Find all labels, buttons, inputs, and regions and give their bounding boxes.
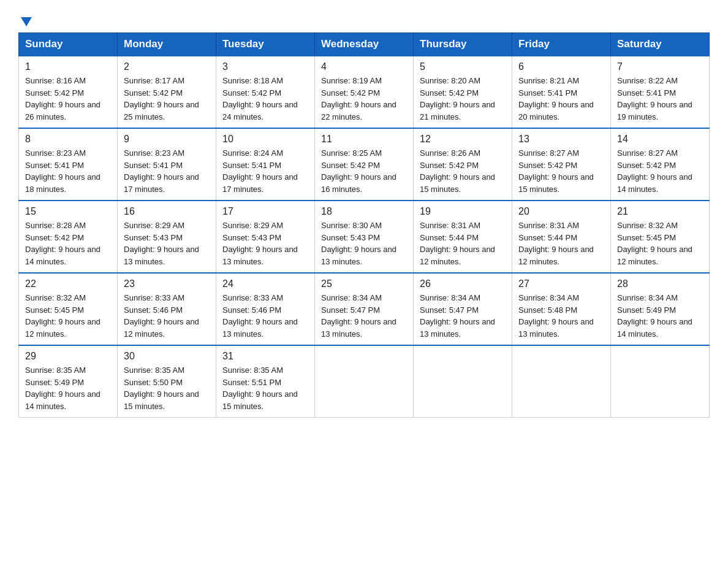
calendar-week-row: 29 Sunrise: 8:35 AMSunset: 5:49 PMDaylig… <box>19 345 710 418</box>
calendar-empty-cell <box>414 345 512 418</box>
weekday-header-saturday: Saturday <box>611 33 710 56</box>
day-info: Sunrise: 8:31 AMSunset: 5:44 PMDaylight:… <box>420 221 495 266</box>
day-number: 7 <box>617 61 703 72</box>
calendar-day-cell: 7 Sunrise: 8:22 AMSunset: 5:41 PMDayligh… <box>611 56 710 128</box>
day-number: 17 <box>222 206 308 217</box>
day-info: Sunrise: 8:34 AMSunset: 5:48 PMDaylight:… <box>518 293 594 339</box>
day-number: 22 <box>25 278 111 289</box>
day-number: 19 <box>420 206 506 217</box>
weekday-header-monday: Monday <box>118 33 216 56</box>
calendar-day-cell: 2 Sunrise: 8:17 AMSunset: 5:42 PMDayligh… <box>118 56 216 128</box>
calendar-day-cell: 24 Sunrise: 8:33 AMSunset: 5:46 PMDaylig… <box>216 273 315 345</box>
day-number: 26 <box>420 278 506 289</box>
day-info: Sunrise: 8:35 AMSunset: 5:51 PMDaylight:… <box>222 366 298 411</box>
day-number: 16 <box>124 206 210 217</box>
day-number: 29 <box>25 351 111 362</box>
day-number: 9 <box>124 134 210 145</box>
day-info: Sunrise: 8:20 AMSunset: 5:42 PMDaylight:… <box>420 76 495 121</box>
calendar-day-cell: 20 Sunrise: 8:31 AMSunset: 5:44 PMDaylig… <box>512 201 611 273</box>
calendar-week-row: 8 Sunrise: 8:23 AMSunset: 5:41 PMDayligh… <box>19 128 710 201</box>
calendar-empty-cell <box>315 345 414 418</box>
calendar-empty-cell <box>611 345 710 418</box>
day-number: 20 <box>518 206 604 217</box>
calendar-day-cell: 10 Sunrise: 8:24 AMSunset: 5:41 PMDaylig… <box>216 128 315 201</box>
calendar-day-cell: 17 Sunrise: 8:29 AMSunset: 5:43 PMDaylig… <box>216 201 315 273</box>
calendar-day-cell: 11 Sunrise: 8:25 AMSunset: 5:42 PMDaylig… <box>315 128 414 201</box>
calendar-day-cell: 8 Sunrise: 8:23 AMSunset: 5:41 PMDayligh… <box>19 128 118 201</box>
day-number: 2 <box>124 61 210 72</box>
calendar-day-cell: 23 Sunrise: 8:33 AMSunset: 5:46 PMDaylig… <box>118 273 216 345</box>
page-header <box>18 12 710 26</box>
day-info: Sunrise: 8:21 AMSunset: 5:41 PMDaylight:… <box>518 76 594 121</box>
day-info: Sunrise: 8:16 AMSunset: 5:42 PMDaylight:… <box>25 76 100 121</box>
day-info: Sunrise: 8:33 AMSunset: 5:46 PMDaylight:… <box>222 293 298 339</box>
day-info: Sunrise: 8:28 AMSunset: 5:42 PMDaylight:… <box>25 221 100 266</box>
weekday-header-row: SundayMondayTuesdayWednesdayThursdayFrid… <box>19 33 710 56</box>
day-number: 13 <box>518 134 604 145</box>
calendar-table: SundayMondayTuesdayWednesdayThursdayFrid… <box>18 33 710 418</box>
calendar-week-row: 1 Sunrise: 8:16 AMSunset: 5:42 PMDayligh… <box>19 56 710 128</box>
calendar-day-cell: 28 Sunrise: 8:34 AMSunset: 5:49 PMDaylig… <box>611 273 710 345</box>
calendar-day-cell: 13 Sunrise: 8:27 AMSunset: 5:42 PMDaylig… <box>512 128 611 201</box>
day-number: 5 <box>420 61 506 72</box>
day-number: 4 <box>321 61 407 72</box>
calendar-day-cell: 12 Sunrise: 8:26 AMSunset: 5:42 PMDaylig… <box>414 128 512 201</box>
weekday-header-thursday: Thursday <box>414 33 512 56</box>
calendar-day-cell: 30 Sunrise: 8:35 AMSunset: 5:50 PMDaylig… <box>118 345 216 418</box>
day-number: 11 <box>321 134 407 145</box>
day-number: 21 <box>617 206 703 217</box>
day-number: 3 <box>222 61 308 72</box>
day-number: 28 <box>617 278 703 289</box>
calendar-day-cell: 16 Sunrise: 8:29 AMSunset: 5:43 PMDaylig… <box>118 201 216 273</box>
day-number: 8 <box>25 134 111 145</box>
day-info: Sunrise: 8:34 AMSunset: 5:47 PMDaylight:… <box>420 293 495 339</box>
calendar-day-cell: 21 Sunrise: 8:32 AMSunset: 5:45 PMDaylig… <box>611 201 710 273</box>
day-number: 18 <box>321 206 407 217</box>
calendar-week-row: 15 Sunrise: 8:28 AMSunset: 5:42 PMDaylig… <box>19 201 710 273</box>
day-number: 30 <box>124 351 210 362</box>
day-info: Sunrise: 8:30 AMSunset: 5:43 PMDaylight:… <box>321 221 396 266</box>
calendar-day-cell: 1 Sunrise: 8:16 AMSunset: 5:42 PMDayligh… <box>19 56 118 128</box>
day-number: 14 <box>617 134 703 145</box>
weekday-header-friday: Friday <box>512 33 611 56</box>
calendar-day-cell: 22 Sunrise: 8:32 AMSunset: 5:45 PMDaylig… <box>19 273 118 345</box>
day-info: Sunrise: 8:18 AMSunset: 5:42 PMDaylight:… <box>222 76 298 121</box>
calendar-day-cell: 18 Sunrise: 8:30 AMSunset: 5:43 PMDaylig… <box>315 201 414 273</box>
calendar-day-cell: 3 Sunrise: 8:18 AMSunset: 5:42 PMDayligh… <box>216 56 315 128</box>
day-info: Sunrise: 8:31 AMSunset: 5:44 PMDaylight:… <box>518 221 594 266</box>
day-number: 6 <box>518 61 604 72</box>
calendar-day-cell: 9 Sunrise: 8:23 AMSunset: 5:41 PMDayligh… <box>118 128 216 201</box>
calendar-day-cell: 4 Sunrise: 8:19 AMSunset: 5:42 PMDayligh… <box>315 56 414 128</box>
day-number: 25 <box>321 278 407 289</box>
day-info: Sunrise: 8:35 AMSunset: 5:50 PMDaylight:… <box>124 366 199 411</box>
calendar-day-cell: 15 Sunrise: 8:28 AMSunset: 5:42 PMDaylig… <box>19 201 118 273</box>
calendar-empty-cell <box>512 345 611 418</box>
calendar-week-row: 22 Sunrise: 8:32 AMSunset: 5:45 PMDaylig… <box>19 273 710 345</box>
calendar-day-cell: 6 Sunrise: 8:21 AMSunset: 5:41 PMDayligh… <box>512 56 611 128</box>
day-info: Sunrise: 8:33 AMSunset: 5:46 PMDaylight:… <box>124 293 199 339</box>
weekday-header-sunday: Sunday <box>19 33 118 56</box>
day-number: 10 <box>222 134 308 145</box>
calendar-day-cell: 5 Sunrise: 8:20 AMSunset: 5:42 PMDayligh… <box>414 56 512 128</box>
day-info: Sunrise: 8:26 AMSunset: 5:42 PMDaylight:… <box>420 148 495 194</box>
day-info: Sunrise: 8:32 AMSunset: 5:45 PMDaylight:… <box>617 221 692 266</box>
calendar-day-cell: 31 Sunrise: 8:35 AMSunset: 5:51 PMDaylig… <box>216 345 315 418</box>
day-info: Sunrise: 8:22 AMSunset: 5:41 PMDaylight:… <box>617 76 692 121</box>
day-info: Sunrise: 8:25 AMSunset: 5:42 PMDaylight:… <box>321 148 396 194</box>
day-info: Sunrise: 8:23 AMSunset: 5:41 PMDaylight:… <box>25 148 100 194</box>
day-info: Sunrise: 8:32 AMSunset: 5:45 PMDaylight:… <box>25 293 100 339</box>
logo-triangle-icon <box>21 17 32 26</box>
calendar-day-cell: 27 Sunrise: 8:34 AMSunset: 5:48 PMDaylig… <box>512 273 611 345</box>
day-info: Sunrise: 8:29 AMSunset: 5:43 PMDaylight:… <box>124 221 199 266</box>
calendar-day-cell: 26 Sunrise: 8:34 AMSunset: 5:47 PMDaylig… <box>414 273 512 345</box>
day-info: Sunrise: 8:34 AMSunset: 5:49 PMDaylight:… <box>617 293 692 339</box>
day-number: 23 <box>124 278 210 289</box>
calendar-day-cell: 19 Sunrise: 8:31 AMSunset: 5:44 PMDaylig… <box>414 201 512 273</box>
day-number: 27 <box>518 278 604 289</box>
day-number: 31 <box>222 351 308 362</box>
day-info: Sunrise: 8:27 AMSunset: 5:42 PMDaylight:… <box>518 148 594 194</box>
day-number: 15 <box>25 206 111 217</box>
day-number: 12 <box>420 134 506 145</box>
day-info: Sunrise: 8:19 AMSunset: 5:42 PMDaylight:… <box>321 76 396 121</box>
weekday-header-tuesday: Tuesday <box>216 33 315 56</box>
